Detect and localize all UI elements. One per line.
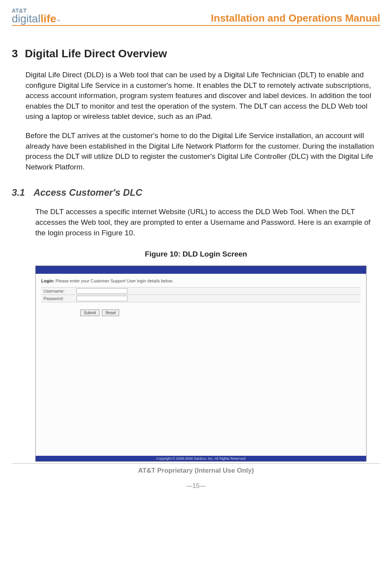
section-heading: 3 Digital Life Direct Overview (12, 47, 380, 60)
figure-reset-button[interactable]: Reset (102, 309, 119, 316)
page-header: AT&T digitallife™ Installation and Opera… (12, 8, 380, 26)
page-footer: AT&T Proprietary (Internal Use Only) —15… (12, 463, 380, 490)
figure-login-prompt: Login: Please enter your Customer Suppor… (41, 278, 361, 283)
subsection-paragraph-1: The DLT accesses a specific internet Web… (35, 207, 380, 238)
figure-username-row: Username: (41, 287, 361, 295)
footer-proprietary: AT&T Proprietary (Internal Use Only) (12, 467, 380, 475)
figure-caption: Figure 10: DLD Login Screen (12, 250, 380, 258)
logo-trademark: ™ (56, 19, 60, 23)
figure-submit-button[interactable]: Submit (80, 309, 100, 316)
figure-copyright-footer: Copyright © 2008-2009 Xanboo, Inc. All R… (36, 456, 366, 461)
figure-username-label: Username: (41, 288, 76, 295)
figure-password-row: Password: (41, 295, 361, 302)
brand-logo: AT&T digitallife™ (12, 8, 60, 24)
figure-top-bar (36, 266, 366, 274)
figure-username-input[interactable] (76, 288, 127, 294)
logo-life-text: life (40, 13, 56, 24)
figure-login-screen: Login: Please enter your Customer Suppor… (35, 266, 367, 462)
subsection-title: Access Customer's DLC (33, 187, 142, 198)
subsection-heading: 3.1 Access Customer's DLC (12, 187, 380, 198)
section-paragraph-2: Before the DLT arrives at the customer's… (25, 131, 380, 172)
subsection-number: 3.1 (12, 187, 25, 198)
section-title: Digital Life Direct Overview (25, 47, 167, 60)
figure-login-bold: Login: (41, 278, 54, 283)
logo-digital-text: digital (12, 13, 40, 24)
figure-password-input[interactable] (76, 296, 127, 301)
figure-login-text: Please enter your Customer Support User … (54, 278, 173, 283)
document-title: Installation and Operations Manual (211, 12, 380, 24)
section-number: 3 (12, 47, 18, 60)
figure-password-label: Password: (41, 295, 76, 302)
footer-page-number: —15— (12, 482, 380, 490)
section-paragraph-1: Digital Life Direct (DLD) is a Web tool … (25, 70, 380, 122)
